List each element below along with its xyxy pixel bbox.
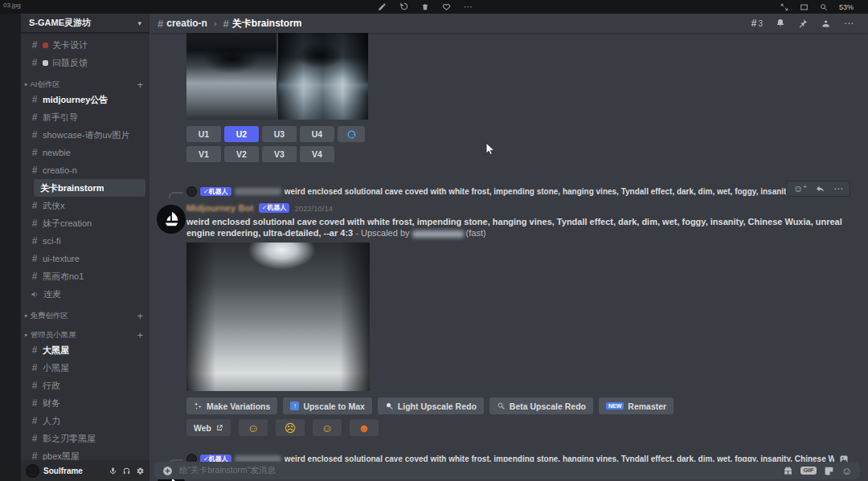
sidebar-item-wuxia[interactable]: # 武侠x xyxy=(21,197,149,214)
chevron-down-icon: ▾ xyxy=(137,19,141,27)
hash-icon: # xyxy=(31,397,39,409)
u2-button[interactable]: U2 xyxy=(224,126,259,142)
gift-icon[interactable] xyxy=(783,466,793,476)
sidebar-item-hr[interactable]: # 人力 xyxy=(21,412,149,430)
reaction-heart-eyes-button[interactable]: ☻ xyxy=(350,419,379,436)
sidebar-item-ui-texture[interactable]: # ui-texture xyxy=(21,250,149,267)
reply-preview-text: weird enclosed solutional cave coved wit… xyxy=(285,187,841,196)
favorite-icon[interactable] xyxy=(442,2,451,11)
hash-icon: # xyxy=(31,39,39,51)
sidebar-item-beginner-guide[interactable]: # 新手引导 xyxy=(21,108,149,126)
category-free-creation[interactable]: ▸ 免费创作区 + xyxy=(21,309,149,322)
light-upscale-redo-button[interactable]: Light Upscale Redo xyxy=(378,397,484,414)
v3-button[interactable]: V3 xyxy=(262,146,297,162)
sidebar-item-midjourney-announce[interactable]: # midjourney公告 xyxy=(21,91,149,108)
reaction-frowning-button[interactable]: ☹ xyxy=(276,419,305,436)
variations-icon xyxy=(194,402,203,410)
add-channel-icon[interactable]: + xyxy=(137,79,143,90)
breadcrumb-channel[interactable]: creatio-n xyxy=(166,18,207,29)
threads-hash-icon: # xyxy=(751,18,757,29)
zoom-icon[interactable] xyxy=(820,3,828,11)
upscaled-image[interactable] xyxy=(186,243,370,391)
gif-picker-icon[interactable]: GIF xyxy=(800,467,816,475)
sidebar-item-girl-creation[interactable]: # 妹子creation xyxy=(21,214,149,232)
sidebar-item-black-canvas[interactable]: # 黑画布no1 xyxy=(21,267,149,285)
v2-button[interactable]: V2 xyxy=(224,146,259,162)
v1-button[interactable]: V1 xyxy=(186,146,221,162)
upscale-to-max-button[interactable]: ↑ Upscale to Max xyxy=(283,397,371,414)
fit-screen-icon[interactable] xyxy=(780,3,788,11)
grid-image-right[interactable] xyxy=(278,33,368,120)
beta-upscale-redo-button[interactable]: Beta Upscale Redo xyxy=(489,397,593,414)
bot-username[interactable]: Midjourney Bot xyxy=(186,203,254,213)
add-channel-icon[interactable]: + xyxy=(137,311,143,321)
delete-icon[interactable] xyxy=(421,2,429,11)
hash-icon: # xyxy=(31,344,39,356)
u3-button[interactable]: U3 xyxy=(262,126,297,142)
sidebar-item-scifi[interactable]: # sci-fi xyxy=(21,232,149,250)
sidebar-item-big-black-room[interactable]: # 大黑屋 xyxy=(21,341,149,359)
add-reaction-icon[interactable]: ☺+ xyxy=(793,184,807,194)
member-list-icon[interactable] xyxy=(821,18,831,28)
web-link-button[interactable]: Web xyxy=(186,419,231,436)
mic-icon[interactable] xyxy=(108,467,117,475)
rotate-icon[interactable] xyxy=(399,2,408,11)
u1-button[interactable]: U1 xyxy=(186,126,221,142)
hash-icon: # xyxy=(31,271,39,282)
notifications-button[interactable] xyxy=(776,18,785,28)
sidebar-item-level-brainstorm-thread[interactable]: 关卡brainstorm xyxy=(34,179,145,197)
edit-icon[interactable] xyxy=(378,2,387,11)
u4-button[interactable]: U4 xyxy=(300,126,334,142)
reaction-smile-button[interactable]: ☺ xyxy=(313,419,342,436)
magnifier-icon xyxy=(385,402,394,410)
timestamp: 2022/10/14 xyxy=(294,204,333,213)
actual-size-icon[interactable] xyxy=(800,3,809,11)
server-header[interactable]: S-GAME灵游坊 ▾ xyxy=(21,14,149,33)
more-icon[interactable]: ⋯ xyxy=(844,18,854,29)
reply-context[interactable]: ✓机器人 weird enclosed solutional cave cove… xyxy=(169,185,841,198)
sidebar-item-small-black-room[interactable]: # 小黑屋 xyxy=(21,359,149,377)
attach-plus-icon[interactable] xyxy=(162,466,173,476)
reply-icon[interactable] xyxy=(815,185,825,194)
midjourney-bot-avatar[interactable] xyxy=(157,205,186,234)
sidebar-item-pbex-room[interactable]: # pbex黑屋 xyxy=(21,447,149,460)
reaction-smiley-button[interactable]: ☺ xyxy=(239,419,268,436)
emoji-picker-icon[interactable]: ☺ xyxy=(841,466,852,476)
headphones-icon[interactable] xyxy=(122,467,131,475)
message-header: Midjourney Bot ✓机器人 2022/10/14 xyxy=(186,203,333,213)
threads-button[interactable]: # 3 xyxy=(751,18,763,29)
v4-button[interactable]: V4 xyxy=(300,146,334,162)
midjourney-grid-image[interactable] xyxy=(186,33,368,120)
sidebar-item-blade-room[interactable]: # 影之刃零黑屋 xyxy=(21,430,149,447)
more-options-icon[interactable]: ⋯ xyxy=(464,2,473,12)
sidebar-item-level-design[interactable]: # 关卡设计 xyxy=(21,36,149,54)
message-scroll-area[interactable]: U1 U2 U3 U4 V1 V2 V3 V4 ✓机器人 xyxy=(149,33,868,481)
sidebar-item-admin[interactable]: # 行政 xyxy=(21,377,149,394)
gear-icon[interactable] xyxy=(136,467,145,475)
sidebar-item-voice-lianmai[interactable]: 连麦 xyxy=(21,285,149,303)
sticker-icon[interactable] xyxy=(824,466,834,476)
more-icon[interactable]: ⋯ xyxy=(833,183,843,194)
screenshot-root: 03.jpg ⋯ 53% S-GAME灵游坊 ▾ # xyxy=(0,0,868,481)
make-variations-button[interactable]: Make Variations xyxy=(186,397,277,414)
upscale-note-mode: (fast) xyxy=(466,228,486,238)
reroll-button[interactable] xyxy=(338,126,365,142)
avatar[interactable] xyxy=(26,464,39,478)
pin-icon[interactable] xyxy=(798,18,808,28)
sidebar-item-showcase[interactable]: # showcase-请勿uv图片 xyxy=(21,126,149,144)
user-panel: Soulframe xyxy=(21,460,149,481)
sidebar-item-finance[interactable]: # 财务 xyxy=(21,394,149,412)
remaster-button[interactable]: NEW Remaster xyxy=(599,397,674,414)
new-badge: NEW xyxy=(606,402,624,410)
category-ai-creation[interactable]: ▸ AI创作区 + xyxy=(21,78,149,91)
message-composer[interactable]: 给"关卡brainstorm"发消息 GIF ☺ xyxy=(154,462,860,479)
sidebar-item-newbie[interactable]: # newbie xyxy=(21,144,149,161)
sidebar-item-creation[interactable]: # creatio-n xyxy=(21,161,149,179)
username: Soulframe xyxy=(43,467,104,475)
reactions-row: Web ☺ ☹ ☺ ☻ xyxy=(186,419,379,436)
message-text: weird enclosed solutional cave coved wit… xyxy=(186,216,849,238)
add-channel-icon[interactable]: + xyxy=(137,330,143,340)
category-admin-room[interactable]: ▸ 管理员小黑屋 + xyxy=(21,328,149,341)
sidebar-item-feedback[interactable]: # 问题反馈 xyxy=(21,54,149,71)
grid-image-left[interactable] xyxy=(186,33,276,120)
